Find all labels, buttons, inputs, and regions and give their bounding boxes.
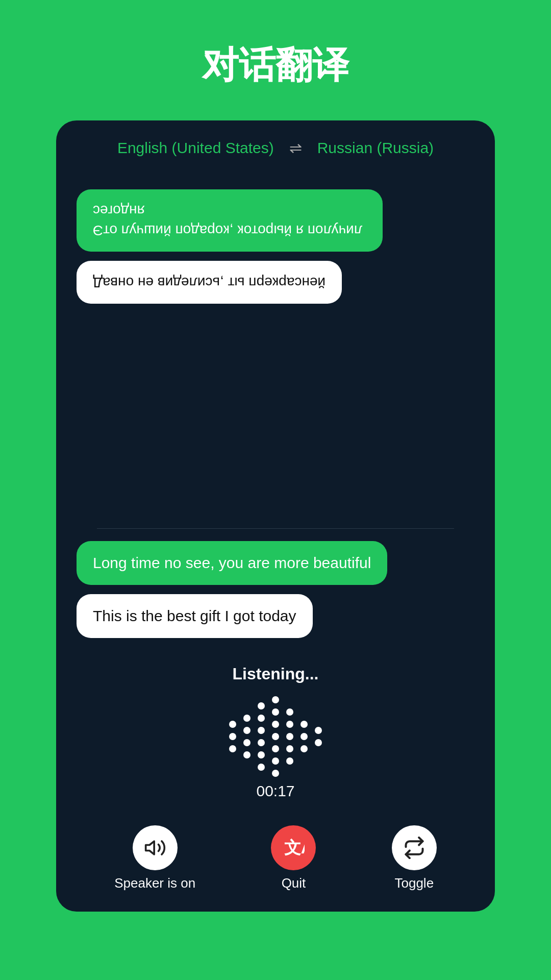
app-title: 对话翻译 <box>202 41 349 90</box>
wave-dot <box>315 739 322 746</box>
wave-dot <box>258 751 265 758</box>
wave-dot <box>243 715 251 722</box>
message-bubble-white: This is the best gift I got today <box>77 594 313 638</box>
svg-text:文A: 文A <box>284 838 305 857</box>
wave-dot <box>315 727 322 734</box>
flipped-bubble-white: Давно не виделись, ты прекрасней <box>77 261 342 303</box>
wave-dot <box>272 708 279 716</box>
wave-col-1 <box>229 721 236 752</box>
quit-control: 文A Quit <box>271 825 316 891</box>
speaker-icon <box>144 837 166 859</box>
wave-col-3 <box>258 702 265 771</box>
wave-dot <box>272 696 279 703</box>
listening-section: Listening... <box>56 654 495 815</box>
wave-dot <box>258 715 265 722</box>
chat-area: Давно не виделись, ты прекрасней Это луч… <box>56 169 495 654</box>
wave-col-6 <box>300 721 308 752</box>
wave-col-5 <box>286 708 293 765</box>
wave-dot <box>258 727 265 734</box>
wave-dot <box>286 757 293 765</box>
swap-languages-icon[interactable]: ⇌ <box>289 139 302 157</box>
wave-dot <box>272 721 279 728</box>
wave-dot <box>300 745 308 752</box>
wave-col-2 <box>243 715 251 758</box>
wave-dot <box>258 739 265 746</box>
translate-icon: 文A <box>282 837 305 859</box>
wave-dot <box>243 739 251 746</box>
main-card: English (United States) ⇌ Russian (Russi… <box>56 120 495 912</box>
svg-marker-0 <box>145 841 154 854</box>
wave-dot <box>300 721 308 728</box>
wave-col-4 <box>272 696 279 777</box>
toggle-button[interactable] <box>392 825 437 870</box>
wave-dot <box>272 757 279 765</box>
upper-chat: Давно не виделись, ты прекрасней Это луч… <box>77 179 474 528</box>
language-bar: English (United States) ⇌ Russian (Russi… <box>56 120 495 169</box>
wave-dot <box>243 751 251 758</box>
wave-dot <box>229 745 236 752</box>
wave-dot <box>286 733 293 740</box>
wave-dot <box>229 721 236 728</box>
source-language[interactable]: English (United States) <box>117 139 274 157</box>
flipped-bubble-green: Это лучший подарок, который я получил се… <box>77 189 383 252</box>
speaker-label: Speaker is on <box>114 875 195 891</box>
waveform <box>229 696 322 777</box>
target-language[interactable]: Russian (Russia) <box>317 139 434 157</box>
wave-dot <box>286 721 293 728</box>
wave-dot <box>258 702 265 709</box>
quit-label: Quit <box>282 875 306 891</box>
wave-dot <box>272 770 279 777</box>
wave-dot <box>286 708 293 716</box>
speaker-button[interactable] <box>133 825 178 870</box>
wave-col-7 <box>315 727 322 746</box>
toggle-icon <box>403 837 425 859</box>
bottom-bar: Speaker is on 文A Quit Toggle <box>56 815 495 912</box>
wave-dot <box>286 745 293 752</box>
wave-dot <box>272 745 279 752</box>
wave-dot <box>258 764 265 771</box>
toggle-control: Toggle <box>392 825 437 891</box>
quit-button[interactable]: 文A <box>271 825 316 870</box>
timer-display: 00:17 <box>256 782 294 800</box>
wave-dot <box>243 727 251 734</box>
listening-label: Listening... <box>233 665 319 683</box>
toggle-label: Toggle <box>394 875 434 891</box>
lower-chat: Long time no see, you are more beautiful… <box>77 529 474 644</box>
wave-dot <box>300 733 308 740</box>
wave-dot <box>272 733 279 740</box>
message-bubble-green: Long time no see, you are more beautiful <box>77 541 387 585</box>
speaker-control: Speaker is on <box>114 825 195 891</box>
wave-dot <box>229 733 236 740</box>
